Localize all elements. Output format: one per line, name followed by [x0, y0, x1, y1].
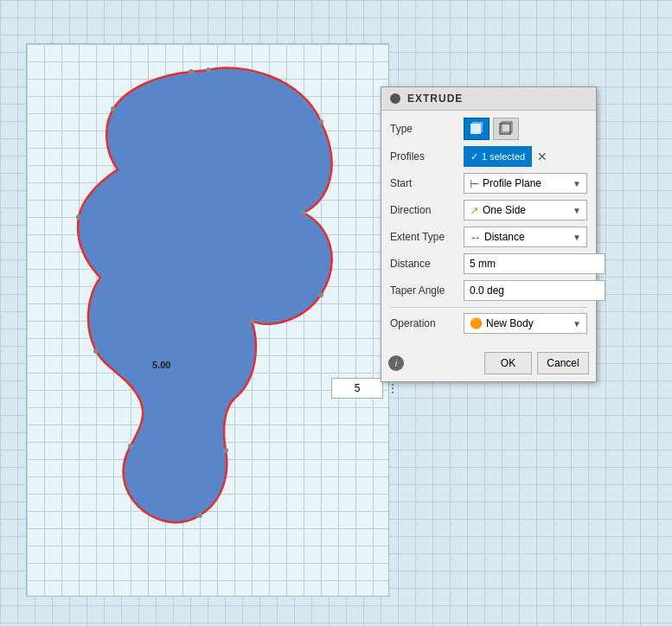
- operation-control: 🟠 New Body ▼: [464, 313, 587, 334]
- taper-angle-input[interactable]: [464, 280, 605, 301]
- checkmark-icon: ✓: [470, 151, 478, 163]
- ok-button[interactable]: OK: [484, 352, 532, 374]
- panel-footer: i OK Cancel: [381, 347, 596, 381]
- operation-icon: 🟠: [470, 317, 483, 329]
- direction-dropdown-arrow: ▼: [573, 206, 581, 215]
- extent-type-dropdown[interactable]: ↔ Distance ▼: [464, 227, 587, 247]
- profiles-selected-button[interactable]: ✓ 1 selected: [464, 146, 532, 167]
- extent-type-row: Extent Type ↔ Distance ▼: [390, 227, 587, 247]
- profiles-label: Profiles: [390, 150, 464, 163]
- direction-value: One Side: [483, 204, 526, 216]
- taper-angle-control: [464, 280, 605, 301]
- cancel-button[interactable]: Cancel: [537, 352, 589, 374]
- svg-point-6: [197, 513, 202, 518]
- direction-control: ↗ One Side ▼: [464, 200, 587, 220]
- direction-dropdown[interactable]: ↗ One Side ▼: [464, 200, 587, 220]
- panel-header-icon: [390, 93, 400, 104]
- type-solid-button[interactable]: [464, 118, 490, 140]
- bottom-input-dots[interactable]: ⋮: [387, 381, 399, 395]
- svg-point-5: [223, 448, 228, 453]
- svg-point-11: [189, 69, 194, 74]
- footer-buttons: OK Cancel: [484, 352, 589, 374]
- profiles-selected-text: 1 selected: [482, 151, 525, 162]
- bottom-distance-input[interactable]: [331, 378, 383, 399]
- direction-label: Direction: [390, 204, 464, 216]
- start-label: Start: [390, 177, 464, 189]
- operation-row: Operation 🟠 New Body ▼: [390, 313, 587, 334]
- start-control: ⊢ Profile Plane ▼: [464, 173, 587, 194]
- panel-title: EXTRUDE: [407, 93, 463, 105]
- solid-extrude-icon: [469, 120, 484, 137]
- svg-point-0: [206, 67, 211, 73]
- start-plane-icon: ⊢: [470, 177, 479, 190]
- direction-icon: ↗: [470, 204, 479, 217]
- start-dropdown[interactable]: ⊢ Profile Plane ▼: [464, 173, 587, 194]
- svg-point-3: [318, 292, 323, 297]
- start-dropdown-arrow: ▼: [573, 179, 581, 188]
- panel-header: EXTRUDE: [381, 87, 596, 111]
- svg-rect-13: [472, 122, 483, 132]
- svg-point-4: [249, 318, 254, 323]
- taper-angle-row: Taper Angle: [390, 280, 587, 301]
- operation-dropdown-arrow: ▼: [573, 319, 581, 329]
- distance-input[interactable]: [464, 253, 605, 274]
- profiles-clear-button[interactable]: ✕: [535, 150, 549, 163]
- type-controls: [464, 118, 587, 140]
- info-button[interactable]: i: [388, 355, 404, 371]
- extent-type-dropdown-content: ↔ Distance: [470, 231, 525, 244]
- svg-point-8: [93, 348, 99, 354]
- extent-type-control: ↔ Distance ▼: [464, 227, 587, 247]
- svg-point-2: [301, 210, 306, 215]
- inner-canvas: 5.00: [26, 43, 389, 597]
- profiles-control: ✓ 1 selected ✕: [464, 146, 587, 167]
- extrude-panel: EXTRUDE Type: [381, 86, 597, 382]
- operation-dropdown-content: 🟠 New Body: [470, 317, 534, 329]
- type-row: Type: [390, 118, 587, 140]
- taper-angle-label: Taper Angle: [390, 284, 464, 297]
- operation-dropdown[interactable]: 🟠 New Body ▼: [464, 313, 587, 334]
- svg-point-10: [111, 106, 116, 112]
- extent-type-dropdown-arrow: ▼: [573, 233, 581, 242]
- direction-dropdown-content: ↗ One Side: [470, 204, 526, 217]
- operation-label: Operation: [390, 317, 464, 329]
- start-row: Start ⊢ Profile Plane ▼: [390, 173, 587, 194]
- start-dropdown-content: ⊢ Profile Plane: [470, 177, 541, 190]
- distance-label: Distance: [390, 258, 464, 270]
- distance-control: [464, 253, 605, 274]
- start-value: Profile Plane: [483, 177, 541, 189]
- operation-value: New Body: [486, 317, 534, 329]
- svg-point-7: [128, 444, 133, 449]
- info-symbol: i: [395, 358, 397, 368]
- profiles-row: Profiles ✓ 1 selected ✕: [390, 146, 587, 167]
- distance-row: Distance: [390, 253, 587, 274]
- type-thin-button[interactable]: [493, 118, 519, 140]
- panel-divider: [390, 307, 587, 308]
- svg-point-1: [318, 119, 323, 125]
- extent-type-value: Distance: [484, 231, 525, 243]
- type-label: Type: [390, 123, 464, 135]
- canvas-distance-label: 5.00: [152, 360, 170, 370]
- extent-type-label: Extent Type: [390, 231, 464, 243]
- extent-type-icon: ↔: [470, 231, 481, 244]
- panel-body: Type Profiles: [381, 111, 596, 347]
- direction-row: Direction ↗ One Side ▼: [390, 200, 587, 220]
- thin-extrude-icon: [498, 120, 514, 137]
- svg-point-9: [76, 214, 81, 220]
- shape-svg: [35, 53, 355, 563]
